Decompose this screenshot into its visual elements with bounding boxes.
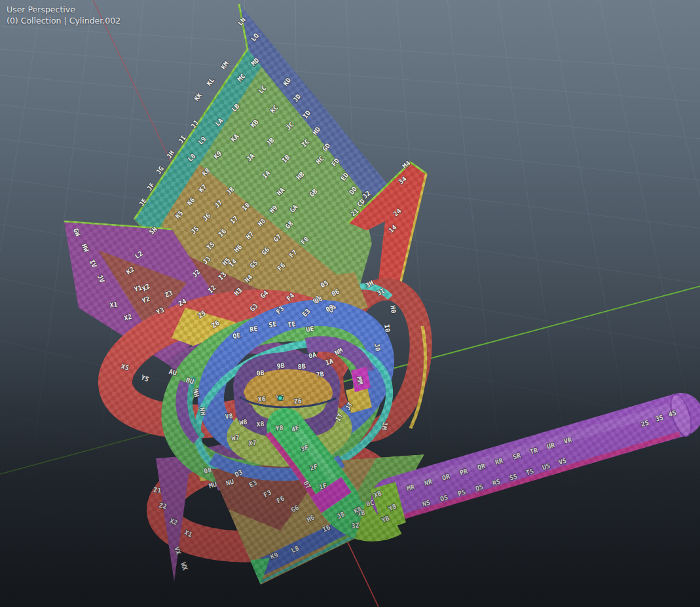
3d-viewport[interactable]: LNLQKMKLKKKDJDIDHDGDFDEDDDCDJJJIJHJGJFJE… [0,0,700,607]
depth-dim-overlay [0,0,700,607]
viewport-canvas[interactable]: LNLQKMKLKKKDJDIDHDGDFDEDDDCDJJJIJHJGJFJE… [0,0,700,607]
